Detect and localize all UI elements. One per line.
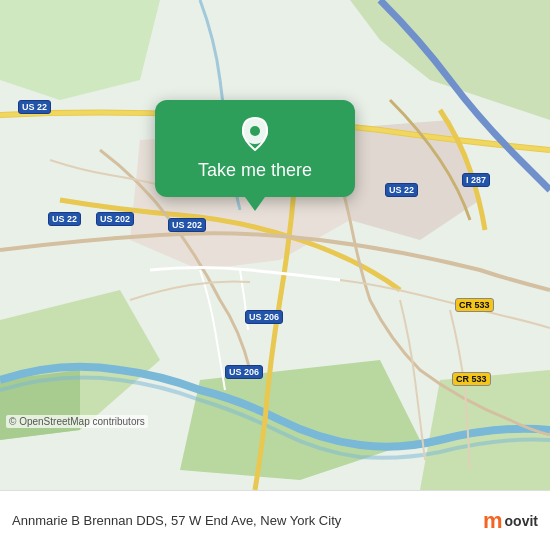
road-badge-us206-1: US 206 — [245, 310, 283, 324]
location-pin-icon — [237, 116, 273, 152]
road-badge-us202-1: US 202 — [96, 212, 134, 226]
road-badge-i287: I 287 — [462, 173, 490, 187]
bottom-bar: Annmarie B Brennan DDS, 57 W End Ave, Ne… — [0, 490, 550, 550]
road-badge-cr533-1: CR 533 — [455, 298, 494, 312]
road-badge-us206-2: US 206 — [225, 365, 263, 379]
road-badge-us22-1: US 22 — [18, 100, 51, 114]
take-me-there-button[interactable]: Take me there — [198, 160, 312, 181]
osm-attribution: © OpenStreetMap contributors — [6, 415, 148, 428]
svg-point-10 — [250, 126, 260, 136]
road-badge-cr533-2: CR 533 — [452, 372, 491, 386]
moovit-logo: m oovit — [483, 508, 538, 534]
road-badge-us22-2: US 22 — [385, 183, 418, 197]
address-text: Annmarie B Brennan DDS, 57 W End Ave, Ne… — [12, 513, 483, 528]
map-container: US 22 US 22 US 22 US 202 US 202 I 287 US… — [0, 0, 550, 490]
road-badge-us202-2: US 202 — [168, 218, 206, 232]
location-popup[interactable]: Take me there — [155, 100, 355, 197]
moovit-logo-rest: oovit — [505, 513, 538, 529]
road-badge-us22-3: US 22 — [48, 212, 81, 226]
moovit-logo-m: m — [483, 508, 503, 534]
